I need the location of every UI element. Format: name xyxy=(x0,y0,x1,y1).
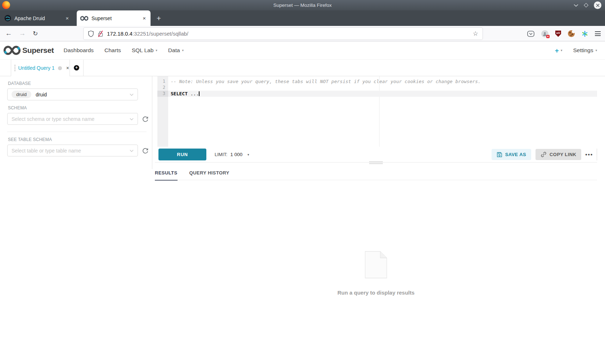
refresh-tables-icon[interactable] xyxy=(142,147,149,154)
firefox-logo-icon xyxy=(2,1,10,9)
window-minimize-button[interactable] xyxy=(574,4,578,7)
empty-message: Run a query to display results xyxy=(155,290,597,296)
nav-sql-lab[interactable]: SQL Lab▾ xyxy=(132,47,157,54)
run-button[interactable]: RUN xyxy=(158,149,206,160)
sql-toolbar: RUN LIMIT: 1 000 ▾ SAVE AS C xyxy=(155,147,597,163)
sidebar-divider xyxy=(7,132,147,132)
nav-charts[interactable]: Charts xyxy=(104,47,121,54)
limit-label: LIMIT: xyxy=(215,152,227,157)
pane-resize-handle[interactable] xyxy=(369,161,383,164)
url-host: 172.18.0.4 xyxy=(107,31,133,37)
browser-tab-apache-druid[interactable]: Apache Druid × xyxy=(1,10,73,26)
sql-comment: -- Note: Unless you save your query, the… xyxy=(168,78,597,85)
window-title: Superset — Mozilla Firefox xyxy=(0,3,605,8)
editor-line: 2 xyxy=(157,85,597,91)
superset-logo[interactable] xyxy=(4,45,21,56)
back-button[interactable]: ← xyxy=(4,29,13,37)
query-tab-bar: Untitled Query 1 × + xyxy=(0,60,605,76)
account-extension-icon[interactable]: ✕ xyxy=(541,30,548,37)
save-as-button[interactable]: SAVE AS xyxy=(492,149,531,160)
nav-dashboards[interactable]: Dashboards xyxy=(63,47,94,54)
chevron-down-icon: ▾ xyxy=(156,49,157,52)
url-path: :32251/superset/sqllab/ xyxy=(133,31,188,37)
table-placeholder: Select table or type table name xyxy=(12,148,81,154)
query-tab-close-icon[interactable]: × xyxy=(66,65,69,71)
database-select[interactable]: druid druid xyxy=(7,88,138,100)
results-empty-state: Run a query to display results xyxy=(155,251,597,296)
superset-favicon xyxy=(80,16,88,21)
query-tab-untitled-1[interactable]: Untitled Query 1 × xyxy=(11,60,70,76)
url-bar[interactable]: 172.18.0.4:32251/superset/sqllab/ ☆ xyxy=(84,28,483,40)
nav-settings[interactable]: Settings▾ xyxy=(573,47,597,54)
copy-link-button[interactable]: COPY LINK xyxy=(535,149,581,160)
tab-query-history[interactable]: QUERY HISTORY xyxy=(189,165,229,180)
browser-tab-superset[interactable]: Superset × xyxy=(77,10,151,26)
database-label: DATABASE xyxy=(8,81,152,86)
superset-navbar: Superset Dashboards Charts SQL Lab▾ Data… xyxy=(0,41,605,60)
schema-label: SCHEMA xyxy=(8,105,152,110)
menu-hamburger-icon[interactable] xyxy=(595,31,601,36)
lock-insecure-icon[interactable] xyxy=(98,30,103,37)
window-close-button[interactable] xyxy=(594,1,601,9)
plus-icon: + xyxy=(555,47,559,54)
browser-toolbar: ← → ↻ 172.18.0.4:32251/superset/sqllab/ … xyxy=(0,26,605,41)
table-select[interactable]: Select table or type table name xyxy=(7,145,138,156)
table-schema-label: SEE TABLE SCHEMA xyxy=(8,137,152,142)
bookmark-star-icon[interactable]: ☆ xyxy=(473,30,478,37)
sql-code: ... xyxy=(188,91,199,96)
extension-error-badge: ✕ xyxy=(546,35,550,38)
url-text[interactable]: 172.18.0.4:32251/superset/sqllab/ xyxy=(107,31,188,37)
new-item-button[interactable]: + ▾ xyxy=(555,47,563,54)
drag-handle-icon[interactable] xyxy=(14,65,15,71)
document-icon xyxy=(365,251,387,278)
link-icon xyxy=(541,151,547,158)
more-actions-button[interactable]: ••• xyxy=(585,151,593,158)
cookie-extension-icon[interactable] xyxy=(568,30,575,37)
superset-brand[interactable]: Superset xyxy=(22,46,54,55)
new-query-tab-button[interactable]: + xyxy=(70,60,84,76)
plus-circle-icon: + xyxy=(74,65,79,70)
chevron-down-icon xyxy=(130,118,134,120)
sqllab-content: DATABASE druid druid SCHEMA Select schem… xyxy=(0,76,605,364)
browser-tab-title: Superset xyxy=(91,15,142,21)
chevron-down-icon: ▾ xyxy=(595,49,597,52)
pocket-icon[interactable] xyxy=(527,31,534,37)
ublock-origin-icon[interactable]: uO xyxy=(555,31,561,37)
limit-value: 1 000 xyxy=(230,152,242,157)
query-state-dot xyxy=(58,66,62,70)
limit-dropdown[interactable]: LIMIT: 1 000 ▾ xyxy=(215,152,249,157)
refresh-schemas-icon[interactable] xyxy=(142,115,149,122)
toolbar-divider xyxy=(597,149,597,160)
forward-button[interactable]: → xyxy=(18,29,27,37)
schema-placeholder: Select schema or type schema name xyxy=(12,116,94,122)
text-cursor xyxy=(199,91,200,96)
new-tab-button[interactable]: + xyxy=(153,10,164,26)
editor-line-active: 3 SELECT ... xyxy=(157,91,597,97)
asterisk-extension-icon[interactable] xyxy=(582,31,588,37)
nav-data[interactable]: Data▾ xyxy=(168,47,184,54)
sql-editor[interactable]: 1 -- Note: Unless you save your query, t… xyxy=(157,76,597,147)
tab-results[interactable]: RESULTS xyxy=(155,165,178,180)
sql-keyword: SELECT xyxy=(171,91,188,96)
results-pane: RESULTS QUERY HISTORY Run a query to dis… xyxy=(155,165,597,296)
reload-button[interactable]: ↻ xyxy=(31,30,40,37)
schema-select[interactable]: Select schema or type schema name xyxy=(7,113,138,125)
sqllab-sidebar: DATABASE druid druid SCHEMA Select schem… xyxy=(0,76,152,169)
chevron-down-icon: ▾ xyxy=(182,49,184,52)
editor-line: 1 -- Note: Unless you save your query, t… xyxy=(157,78,597,85)
shield-icon[interactable] xyxy=(88,30,94,37)
druid-favicon xyxy=(4,15,11,22)
browser-tab-title: Apache Druid xyxy=(14,15,64,21)
browser-tabbar: Apache Druid × Superset × + xyxy=(0,10,605,26)
window-maximize-button[interactable] xyxy=(584,3,588,8)
query-tab-label: Untitled Query 1 xyxy=(18,65,55,71)
chevron-down-icon xyxy=(130,94,134,96)
chevron-down-icon: ▾ xyxy=(247,153,249,156)
chevron-down-icon xyxy=(130,150,134,152)
chevron-down-icon: ▾ xyxy=(561,49,563,52)
tab-close-icon[interactable]: × xyxy=(64,15,70,21)
save-icon xyxy=(497,152,502,158)
results-tabbar: RESULTS QUERY HISTORY xyxy=(155,165,597,180)
tab-close-icon[interactable]: × xyxy=(142,15,147,21)
database-value: druid xyxy=(36,92,47,97)
